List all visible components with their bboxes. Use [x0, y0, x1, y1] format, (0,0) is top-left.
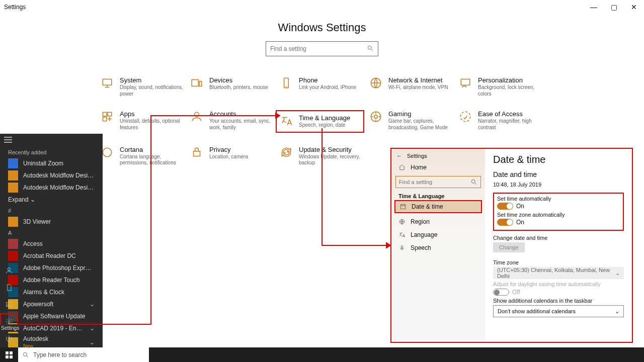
category-apps[interactable]: AppsUninstall, defaults, optional featur…: [101, 110, 185, 133]
svg-rect-5: [192, 80, 198, 86]
category-phone[interactable]: PhoneLink your Android, iPhone: [280, 76, 364, 97]
taskbar-search[interactable]: Type here to search: [18, 347, 149, 362]
svg-point-23: [460, 112, 470, 122]
sidebar-search[interactable]: [395, 176, 481, 188]
category-desc: Background, lock screen, colors: [478, 84, 543, 97]
category-title: Apps: [120, 110, 185, 118]
start-button[interactable]: [0, 347, 18, 362]
category-ease[interactable]: Ease of AccessNarrator, magnifier, high …: [459, 110, 543, 133]
svg-point-16: [195, 112, 199, 117]
category-update[interactable]: Update & SecurityWindows Update, recover…: [280, 146, 364, 166]
category-desc: Narrator, magnifier, high contrast: [478, 118, 543, 131]
category-network[interactable]: Network & InternetWi-Fi, airplane mode, …: [369, 76, 454, 97]
back-button[interactable]: ←: [396, 153, 402, 159]
category-title: Devices: [209, 76, 268, 84]
sidebar-group-title: Time & Language: [391, 190, 485, 200]
settings-header-label: Settings: [407, 153, 427, 159]
pictures-icon[interactable]: [0, 296, 18, 313]
titlebar: Settings: [0, 0, 644, 14]
start-app-item[interactable]: 3D Viewer: [0, 216, 103, 228]
set-tz-auto-label: Set time zone automatically: [497, 212, 620, 218]
sidebar-item-speech[interactable]: Speech: [391, 241, 485, 254]
expand-recent[interactable]: Expand ⌄: [0, 194, 103, 206]
svg-rect-6: [199, 81, 201, 86]
sidebar-item-home[interactable]: Home: [391, 161, 485, 174]
start-recent-item[interactable]: Autodesk Moldflow Design 2019: [0, 169, 103, 182]
taskbar-search-placeholder: Type here to search: [33, 351, 87, 358]
category-cortana[interactable]: CortanaCortana language, permissions, no…: [101, 146, 185, 166]
category-gaming[interactable]: GamingGame bar, captures, broadcasting, …: [369, 110, 454, 133]
content-title: Date & time: [493, 154, 624, 165]
category-title: Ease of Access: [478, 110, 543, 118]
network-icon: [369, 76, 382, 89]
category-personalization[interactable]: PersonalizationBackground, lock screen, …: [459, 76, 543, 97]
set-time-auto-toggle[interactable]: [497, 203, 513, 210]
svg-rect-11: [103, 112, 107, 116]
start-recent-item[interactable]: Autodesk Moldflow Design Configur...: [0, 182, 103, 194]
svg-rect-10: [461, 79, 469, 85]
category-devices[interactable]: DevicesBluetooth, printers, mouse: [190, 76, 275, 97]
current-datetime: 10:48, 18 July 2019: [493, 182, 624, 188]
svg-rect-13: [103, 117, 107, 121]
svg-rect-36: [10, 355, 13, 358]
category-system[interactable]: SystemDisplay, sound, notifications, pow…: [101, 76, 185, 97]
personalization-icon: [459, 76, 472, 89]
start-group-letter[interactable]: A: [0, 228, 103, 238]
user-icon[interactable]: [0, 262, 18, 279]
minimize-button[interactable]: —: [584, 0, 604, 14]
category-desc: Bluetooth, printers, mouse: [209, 84, 268, 91]
category-title: Update & Security: [299, 146, 364, 153]
settings-tooltip: Settings: [0, 324, 21, 332]
chevron-down-icon: ⌄: [615, 308, 619, 315]
category-accounts[interactable]: AccountsYour accounts, email, sync, work…: [190, 110, 275, 133]
tz-label: Time zone: [493, 259, 624, 265]
category-privacy[interactable]: PrivacyLocation, camera: [190, 146, 275, 166]
power-icon[interactable]: [0, 330, 18, 347]
page-title: Windows Settings: [0, 21, 644, 34]
svg-rect-7: [284, 78, 289, 88]
tz-dropdown: (UTC+05:30) Chennai, Kolkata, Mumbai, Ne…: [493, 267, 624, 279]
svg-point-24: [103, 148, 111, 156]
svg-rect-2: [103, 79, 111, 85]
category-title: System: [120, 76, 185, 84]
category-title: Phone: [299, 76, 356, 84]
sidebar-item-region[interactable]: Region: [391, 215, 485, 228]
hamburger-icon[interactable]: [0, 134, 103, 147]
start-app-item[interactable]: Access: [0, 238, 103, 250]
chevron-down-icon: ⌄: [90, 325, 95, 332]
sidebar-item-language[interactable]: Language: [391, 228, 485, 241]
maximize-button[interactable]: ▢: [604, 0, 624, 14]
start-recent-item[interactable]: Uninstall Zoom: [0, 157, 103, 169]
svg-point-39: [471, 179, 475, 183]
addcal-label: Show additional calendars in the taskbar: [493, 298, 624, 304]
category-desc: Link your Android, iPhone: [299, 84, 356, 91]
chevron-down-icon: ⌄: [90, 301, 95, 308]
taskbar: Type here to search: [0, 347, 644, 362]
svg-rect-46: [401, 245, 403, 248]
svg-line-38: [27, 355, 28, 357]
accounts-icon: [190, 110, 203, 123]
settings-search[interactable]: [266, 41, 378, 56]
change-button: Change: [493, 242, 525, 252]
category-desc: Your accounts, email, sync, work, family: [209, 118, 275, 131]
svg-point-32: [8, 321, 10, 323]
documents-icon[interactable]: [0, 279, 18, 296]
chevron-down-icon: ⌄: [90, 339, 95, 346]
phone-icon: [280, 76, 293, 89]
start-app-item[interactable]: Acrobat Reader DC: [0, 250, 103, 262]
settings-datetime-window: ← Settings Home Time & Language Date & t…: [390, 148, 633, 343]
search-input[interactable]: [270, 45, 367, 52]
search-icon: [367, 45, 374, 53]
close-button[interactable]: ✕: [624, 0, 644, 14]
addcal-dropdown[interactable]: Don't show additional calendars⌄: [493, 305, 624, 317]
svg-line-1: [371, 49, 373, 50]
settings-content: Date & time Date and time 10:48, 18 July…: [485, 149, 632, 342]
category-desc: Location, camera: [209, 154, 248, 160]
start-group-letter[interactable]: #: [0, 206, 103, 216]
set-tz-auto-toggle[interactable]: [497, 219, 513, 226]
sidebar-item-date-time[interactable]: Date & time: [394, 200, 482, 213]
category-desc: Cortana language, permissions, notificat…: [120, 154, 185, 166]
sidebar-search-input[interactable]: [399, 179, 470, 185]
recently-added-label: Recently added: [0, 147, 103, 157]
category-time[interactable]: Time & LanguageSpeech, region, date: [276, 110, 364, 133]
